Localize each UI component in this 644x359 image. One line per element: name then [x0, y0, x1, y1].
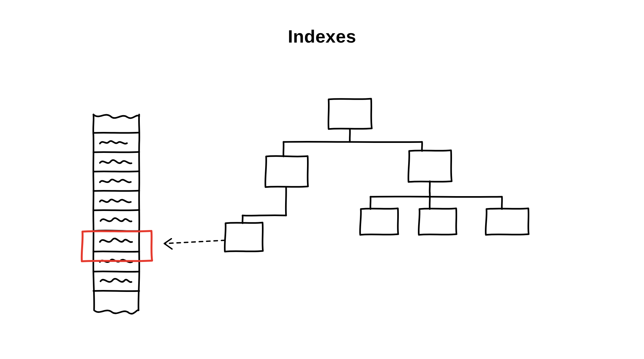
tree-leaf-r2 [419, 208, 457, 235]
tree-leaf-r3 [486, 208, 529, 235]
tree-left-child [265, 156, 308, 187]
diagram-canvas: Indexes [0, 0, 644, 359]
pointer-arrow [164, 239, 225, 249]
tree-root-node [328, 99, 372, 129]
diagram-svg [0, 0, 644, 359]
tree-leaf-r1 [360, 208, 398, 235]
record-strip [93, 115, 139, 314]
index-tree [225, 99, 529, 252]
highlight-box [82, 231, 152, 261]
tree-right-child [409, 150, 452, 182]
tree-leaf-left [225, 223, 263, 252]
